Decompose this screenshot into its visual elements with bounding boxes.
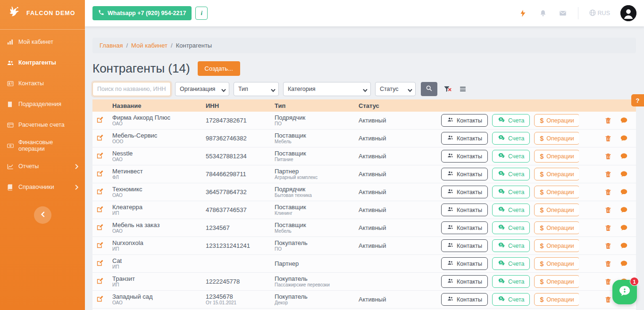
delete-button[interactable]	[604, 134, 612, 143]
delete-button[interactable]	[604, 206, 612, 214]
comment-button[interactable]	[619, 260, 628, 268]
operations-button[interactable]: $ Операции	[534, 186, 579, 198]
accounts-button[interactable]: $ Счета	[492, 257, 530, 270]
contractor-inn: 553427881234	[206, 153, 269, 160]
breadcrumb-cabinet[interactable]: Мой кабинет	[131, 42, 167, 49]
contacts-button[interactable]: Контакты	[441, 293, 488, 306]
search-button[interactable]	[421, 82, 437, 96]
breadcrumb-home[interactable]: Главная	[100, 42, 123, 49]
contacts-button[interactable]: Контакты	[441, 221, 488, 234]
language-switcher[interactable]: RUS	[589, 9, 610, 18]
edit-button[interactable]	[95, 188, 104, 197]
edit-button[interactable]	[95, 134, 104, 143]
sidebar-item-contractors[interactable]: Контрагенты	[0, 52, 85, 73]
sidebar-item-contacts[interactable]: Контакты	[0, 73, 85, 94]
comment-button[interactable]	[619, 134, 628, 143]
accounts-button[interactable]: $ Счета	[492, 132, 530, 145]
accounts-label: Счета	[508, 278, 524, 285]
operations-button[interactable]: $ Операции	[534, 204, 579, 216]
edit-button[interactable]	[95, 241, 104, 251]
contacts-button[interactable]: Контакты	[441, 150, 488, 163]
comment-button[interactable]	[619, 116, 628, 125]
sidebar-item-settlement-accounts[interactable]: Расчетные счета	[0, 114, 85, 135]
operations-button[interactable]: $ Операции	[534, 293, 579, 306]
operations-button[interactable]: $ Операции	[534, 257, 579, 270]
edit-button[interactable]	[95, 152, 104, 161]
accounts-button[interactable]: $ Счета	[492, 186, 530, 198]
accounts-button[interactable]: $ Счета	[492, 168, 530, 180]
comment-button[interactable]	[619, 152, 628, 161]
edit-button[interactable]	[95, 223, 104, 233]
edit-button[interactable]	[95, 277, 104, 286]
operations-button[interactable]: $ Операции	[534, 168, 579, 180]
operations-button[interactable]: $ Операции	[534, 132, 579, 145]
operations-button[interactable]: $ Операции	[534, 275, 579, 288]
edit-button[interactable]	[95, 259, 104, 269]
sidebar-item-departments[interactable]: Подразделения	[0, 94, 85, 114]
list-view-icon[interactable]	[457, 83, 468, 95]
lightning-icon[interactable]	[519, 8, 528, 18]
envelope-icon[interactable]	[558, 8, 568, 18]
search-input[interactable]	[92, 82, 171, 96]
delete-button[interactable]	[604, 170, 612, 179]
contacts-button[interactable]: Контакты	[441, 168, 488, 180]
accounts-button[interactable]: $ Счета	[492, 293, 530, 306]
comment-button[interactable]	[619, 224, 628, 232]
create-button[interactable]: Создать...	[198, 61, 240, 76]
edit-button[interactable]	[95, 170, 104, 179]
accounts-button[interactable]: $ Счета	[492, 114, 530, 127]
help-tab[interactable]: ?	[631, 94, 644, 106]
accounts-button[interactable]: $ Счета	[492, 221, 530, 234]
delete-button[interactable]	[604, 295, 612, 304]
chat-widget[interactable]: 1	[612, 280, 637, 304]
clear-filter-icon[interactable]	[442, 83, 453, 95]
avatar[interactable]	[620, 5, 636, 21]
contacts-icon	[7, 80, 14, 87]
info-button[interactable]: i	[195, 7, 208, 20]
edit-button[interactable]	[95, 205, 104, 215]
edit-button[interactable]	[95, 116, 104, 125]
organization-select[interactable]: Организация	[175, 82, 229, 96]
comment-button[interactable]	[619, 242, 628, 250]
delete-button[interactable]	[604, 116, 612, 125]
delete-button[interactable]	[604, 224, 612, 232]
sidebar-item-financial-operations[interactable]: Финансовые операции	[0, 135, 85, 156]
table-row: Мебель-Сервис ООО 987362746382 Поставщик…	[92, 130, 636, 147]
contractor-inn: 172847382671	[206, 117, 269, 124]
category-select[interactable]: Категория	[283, 82, 371, 96]
accounts-button[interactable]: $ Счета	[492, 275, 530, 288]
contacts-button[interactable]: Контакты	[441, 239, 488, 252]
comment-button[interactable]	[619, 170, 628, 179]
sidebar-item-my-cabinet[interactable]: Мой кабинет	[0, 32, 85, 52]
delete-button[interactable]	[604, 188, 612, 196]
comment-button[interactable]	[619, 188, 628, 196]
sidebar-item-reports[interactable]: Отчеты	[0, 156, 85, 177]
accounts-button[interactable]: $ Счета	[492, 150, 530, 163]
delete-button[interactable]	[604, 260, 612, 268]
contacts-button[interactable]: Контакты	[441, 114, 488, 127]
type-select[interactable]: Тип	[234, 82, 279, 96]
operations-button[interactable]: $ Операции	[534, 221, 579, 234]
edit-button[interactable]	[95, 295, 104, 304]
delete-button[interactable]	[604, 277, 612, 286]
contacts-button[interactable]: Контакты	[441, 275, 488, 288]
bell-icon[interactable]	[538, 8, 548, 18]
delete-button[interactable]	[604, 242, 612, 250]
contacts-button[interactable]: Контакты	[441, 132, 488, 145]
contacts-button[interactable]: Контакты	[441, 186, 488, 198]
accounts-button[interactable]: $ Счета	[492, 239, 530, 252]
operations-button[interactable]: $ Операции	[534, 150, 579, 163]
status-select-wrap: Статус	[375, 82, 416, 96]
delete-button[interactable]	[604, 152, 612, 161]
comment-button[interactable]	[619, 206, 628, 214]
status-select[interactable]: Статус	[375, 82, 416, 96]
whatsapp-button[interactable]: Whatsapp +7 (920) 954-2217	[92, 6, 192, 20]
operations-button[interactable]: $ Операции	[534, 239, 579, 252]
sidebar-item-directories[interactable]: Справочники	[0, 177, 85, 197]
contacts-button[interactable]: Контакты	[441, 257, 488, 270]
accounts-button[interactable]: $ Счета	[492, 204, 530, 216]
sidebar-collapse-button[interactable]	[34, 206, 51, 224]
comments-dollar-icon: $	[498, 242, 505, 250]
contacts-button[interactable]: Контакты	[441, 204, 488, 216]
operations-button[interactable]: $ Операции	[534, 114, 579, 127]
